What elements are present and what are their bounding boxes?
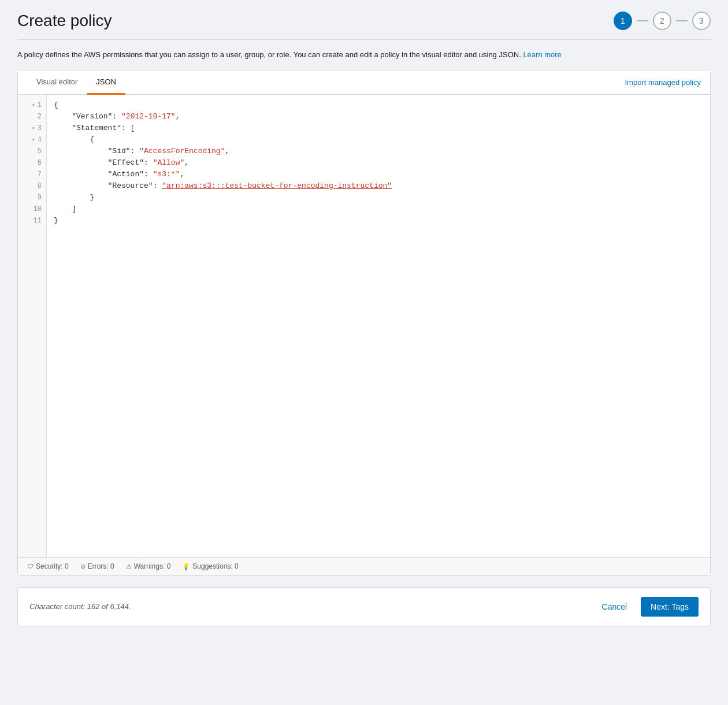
status-bar: Security: 0 Errors: 0 Warnings: 0 Sugges… <box>18 557 710 575</box>
description: A policy defines the AWS permissions tha… <box>17 49 711 61</box>
code-area[interactable]: { "Version": "2012-10-17", "Statement": … <box>47 95 710 557</box>
warning-icon <box>126 562 132 570</box>
page-header: Create policy 1 2 3 <box>17 12 711 40</box>
line-num-9: 9 <box>18 192 46 203</box>
suggestions-status: Suggestions: 0 <box>182 562 238 570</box>
code-line-1: { <box>54 99 710 111</box>
learn-more-link[interactable]: Learn more <box>523 50 561 59</box>
step-connector-1 <box>637 20 648 21</box>
line-num-10: 10 <box>18 203 46 215</box>
line-num-2: 2 <box>18 111 46 123</box>
next-button[interactable]: Next: Tags <box>641 597 699 617</box>
tab-visual-editor[interactable]: Visual editor <box>27 70 87 95</box>
suggestion-icon <box>182 562 190 570</box>
step-connector-2 <box>676 20 688 21</box>
line-num-4: ▾ 4 <box>18 134 46 146</box>
code-line-11: } <box>54 215 710 227</box>
line-num-8: 8 <box>18 180 46 192</box>
code-line-6: "Effect": "Allow", <box>54 157 710 169</box>
code-line-4: { <box>54 134 710 146</box>
step-2: 2 <box>653 12 671 30</box>
security-status: Security: 0 <box>27 562 69 570</box>
line-numbers: ▾ 1 2 ▾ 3 ▾ 4 5 6 7 8 9 10 11 <box>18 95 47 557</box>
line-num-5: 5 <box>18 146 46 157</box>
footer-card: Character count: 162 of 6,144. Cancel Ne… <box>17 587 711 626</box>
tabs-left: Visual editor JSON <box>27 70 125 94</box>
line-num-3: ▾ 3 <box>18 123 46 134</box>
main-card: Visual editor JSON Import managed policy… <box>17 70 711 576</box>
page-title: Create policy <box>17 12 112 30</box>
tab-json[interactable]: JSON <box>87 70 125 95</box>
code-line-3: "Statement": [ <box>54 123 710 134</box>
fold-arrow-4: ▾ <box>32 136 35 143</box>
stepper: 1 2 3 <box>614 12 711 30</box>
code-line-9: } <box>54 192 710 203</box>
fold-arrow-3: ▾ <box>32 125 35 132</box>
code-line-7: "Action": "s3:*", <box>54 169 710 180</box>
step-1: 1 <box>614 12 632 30</box>
warnings-status: Warnings: 0 <box>126 562 171 570</box>
line-num-6: 6 <box>18 157 46 169</box>
fold-arrow-1: ▾ <box>32 102 35 109</box>
footer-actions: Cancel Next: Tags <box>595 597 699 617</box>
code-line-10: ] <box>54 203 710 215</box>
line-num-1: ▾ 1 <box>18 99 46 111</box>
import-managed-policy-link[interactable]: Import managed policy <box>625 78 701 87</box>
security-icon <box>27 562 34 570</box>
step-3: 3 <box>692 12 711 30</box>
code-line-8: "Resource": "arn:aws:s3:::test-bucket-fo… <box>54 180 710 192</box>
code-line-2: "Version": "2012-10-17", <box>54 111 710 123</box>
editor-container[interactable]: ▾ 1 2 ▾ 3 ▾ 4 5 6 7 8 9 10 11 <box>18 95 710 557</box>
tabs-bar: Visual editor JSON Import managed policy <box>18 70 710 95</box>
cancel-button[interactable]: Cancel <box>595 598 634 616</box>
line-num-7: 7 <box>18 169 46 180</box>
error-icon <box>80 562 86 570</box>
errors-status: Errors: 0 <box>80 562 114 570</box>
line-num-11: 11 <box>18 215 46 227</box>
char-count: Character count: 162 of 6,144. <box>29 602 131 611</box>
code-line-5: "Sid": "AccessForEncoding", <box>54 146 710 157</box>
page-container: Create policy 1 2 3 A policy defines the… <box>17 12 711 626</box>
